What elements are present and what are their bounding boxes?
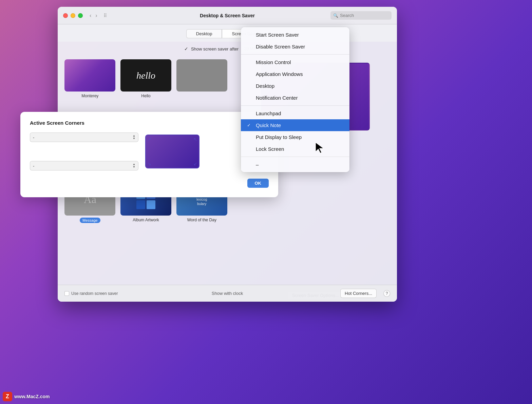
ss-label-hello: Hello xyxy=(141,94,150,98)
tab-desktop[interactable]: Desktop xyxy=(186,29,222,38)
corner-select-topleft-value: - xyxy=(33,135,34,140)
menu-item-mission-control[interactable]: Mission Control xyxy=(241,56,349,68)
random-screensaver-checkbox[interactable] xyxy=(64,291,69,296)
ss-label-monterey: Monterey xyxy=(81,94,98,98)
back-button[interactable]: ‹ xyxy=(88,12,93,19)
asc-title: Active Screen Corners xyxy=(30,120,269,126)
show-with-clock-label: Show with clock xyxy=(212,291,243,296)
corner-stepper-topleft[interactable]: ▲ ▼ xyxy=(133,135,135,140)
ss-thumb-blank xyxy=(176,59,227,92)
asc-corners-layout: - ▲ ▼ - ▲ ▼ ↗ ↖ ↘ ↙ xyxy=(30,133,269,170)
asc-selects-col: - ▲ ▼ - ▲ ▼ xyxy=(30,133,138,170)
ss-item-message[interactable]: Aa Message xyxy=(64,183,116,302)
context-menu: Start Screen Saver Disable Screen Saver … xyxy=(241,27,349,172)
menu-item-notification-center[interactable]: Notification Center xyxy=(241,92,349,104)
menu-item-dash[interactable]: – xyxy=(241,159,349,170)
minimize-button[interactable] xyxy=(71,13,75,18)
maximize-button[interactable] xyxy=(78,13,83,18)
ss-thumb-monterey xyxy=(64,59,115,92)
ss-label-word: Word of the Day xyxy=(187,218,216,222)
ss-thumb-hello: hello xyxy=(120,59,171,92)
menu-item-disable-screen-saver[interactable]: Disable Screen Saver xyxy=(241,41,349,53)
menu-check-qn: ✓ xyxy=(247,123,252,128)
window-title: Desktop & Screen Saver xyxy=(200,13,255,18)
title-bar: ‹ › ⠿ Desktop & Screen Saver 🔍 xyxy=(58,7,397,24)
corner-arrow-tl: ↗ xyxy=(147,137,151,142)
corner-arrow-tr: ↖ xyxy=(193,137,197,142)
menu-item-start-screen-saver[interactable]: Start Screen Saver xyxy=(241,29,349,41)
menu-item-application-windows[interactable]: Application Windows xyxy=(241,68,349,80)
close-button[interactable] xyxy=(63,13,68,18)
watermark: Z www.MacZ.com xyxy=(3,392,50,401)
asc-preview-thumb: ↗ ↖ ↘ ↙ xyxy=(145,135,200,168)
watermark-site: www.MacZ.com xyxy=(14,394,50,399)
grid-icon: ⠿ xyxy=(103,13,107,18)
help-button[interactable]: ? xyxy=(383,290,390,297)
ss-label-album: Album Artwork xyxy=(133,218,159,222)
corner-arrow-br: ↙ xyxy=(193,161,197,166)
checkmark-icon: ✓ xyxy=(184,46,188,52)
menu-item-desktop[interactable]: Desktop xyxy=(241,80,349,92)
corner-select-bottomleft-value: - xyxy=(33,163,34,168)
forward-button[interactable]: › xyxy=(94,12,98,19)
ok-button[interactable]: OK xyxy=(247,179,269,188)
asc-buttons: OK xyxy=(30,179,269,188)
search-icon: 🔍 xyxy=(333,13,338,18)
screensaver-after-label: Show screen saver after xyxy=(191,46,239,52)
menu-item-lock-screen[interactable]: Lock Screen xyxy=(241,143,349,155)
svg-rect-3 xyxy=(147,200,155,209)
ss-badge-message: Message xyxy=(80,218,100,223)
corner-select-bottomleft[interactable]: - ▲ ▼ xyxy=(30,161,138,170)
menu-item-put-display-sleep[interactable]: Put Display to Sleep xyxy=(241,131,349,143)
svg-rect-2 xyxy=(136,200,145,209)
ss-item-word[interactable]: graphy voclexicogbulary Word of the Day xyxy=(176,183,227,302)
corner-select-topleft[interactable]: - ▲ ▼ xyxy=(30,133,138,142)
menu-separator-2 xyxy=(241,105,349,106)
hello-text: hello xyxy=(136,70,155,81)
random-screensaver-label[interactable]: Use random screen saver xyxy=(64,291,118,296)
menu-item-quick-note[interactable]: ✓ Quick Note xyxy=(241,119,349,131)
watermark-z-icon: Z xyxy=(3,392,12,401)
corner-stepper-bottomleft[interactable]: ▲ ▼ xyxy=(133,163,135,168)
bottom-bar: Use random screen saver Show with clock … xyxy=(58,285,397,302)
menu-separator-3 xyxy=(241,157,349,157)
ss-item-album[interactable]: Album Artwork xyxy=(120,183,172,302)
menu-item-launchpad[interactable]: Launchpad xyxy=(241,107,349,119)
active-screen-corners-dialog: Active Screen Corners - ▲ ▼ - ▲ ▼ ↗ ↖ ↘ xyxy=(20,112,278,197)
search-container: 🔍 xyxy=(330,11,392,20)
corner-arrow-bl: ↘ xyxy=(147,161,151,166)
nav-arrows: ‹ › xyxy=(88,12,99,19)
search-input[interactable] xyxy=(330,11,392,20)
traffic-lights xyxy=(63,13,83,18)
hot-corners-button[interactable]: Hot Corners... xyxy=(340,289,377,298)
menu-separator-1 xyxy=(241,54,349,55)
